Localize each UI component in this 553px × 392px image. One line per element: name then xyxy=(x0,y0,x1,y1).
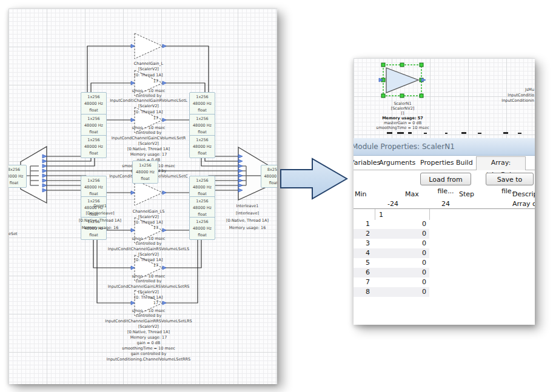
clipped-text: JsMu xyxy=(525,87,534,93)
scaler-label: [0: Thread 1A] xyxy=(135,296,163,300)
scaler-label: [0: Thread 1A] xyxy=(135,221,163,225)
scaler-label: smoo ~ 10 msec xyxy=(132,89,166,93)
scaler-label: smoo ~ 10 msec xyxy=(132,126,166,130)
grid-divider xyxy=(375,209,375,220)
scalern1-memory: Memory usage: 57 xyxy=(382,116,423,121)
system-input-box[interactable]: 8x25648000 Hzfloat xyxy=(8,165,27,188)
tab-strip: Variables Arguments Properties Build Arr… xyxy=(354,156,535,170)
scaler-label: [0: Thread 1A] xyxy=(135,73,163,78)
scaler-label: [0:Native, Thread 1A] xyxy=(127,330,170,334)
scaler-label: smoo ~ 10 msec xyxy=(132,309,166,313)
wire-type-box[interactable]: 1x25648000 Hzfloat xyxy=(189,114,215,137)
system-output-box[interactable]: 8x25648000 Hzfloat xyxy=(261,165,277,188)
scaler-label: 17 xyxy=(153,301,158,305)
min-value[interactable]: -24 xyxy=(354,200,398,208)
max-value[interactable]: 24 xyxy=(405,200,450,208)
wire-type-box[interactable]: 1x25648000 Hzfloat xyxy=(132,161,158,184)
scaler-label: [ScalerV2] xyxy=(138,253,159,257)
scaler-label: smoo ~ 10 msec xyxy=(132,274,166,279)
clipped-text: InputConditio xyxy=(508,93,534,98)
window-titlebar[interactable]: Module Properties: ScalerN1 xyxy=(354,138,535,156)
scaler-label: [ScalerV2] xyxy=(138,290,159,294)
scaler-label: InputConditioning.ChannelVolumeLSetRRS xyxy=(107,357,190,362)
scaler-label: InputConditChannelGainRSVolumeLSetLS xyxy=(108,247,189,251)
scalern1-smoothing: smoothingTime = 10 msec xyxy=(376,125,429,130)
grid-row[interactable]: 80 xyxy=(354,287,429,297)
scaler-label: InputConditiChannelGainRVolumeLSetL xyxy=(110,99,187,103)
grid-row[interactable]: 50 xyxy=(354,258,429,268)
clipped-module-marks xyxy=(387,132,521,134)
scaler-label: smoo ~ 10 msec xyxy=(132,237,166,241)
wire-type-box[interactable]: 1x25648000 Hzfloat xyxy=(81,114,107,137)
scaler-label: controlled by xyxy=(136,94,162,98)
scaler-label: Memory usage: 17 xyxy=(130,336,167,340)
grid-column-header[interactable]: 1 xyxy=(379,211,383,219)
scaler-label: controlled by xyxy=(136,131,162,135)
wire-type-box[interactable]: 1x25648000 Hzfloat xyxy=(189,92,215,115)
grid-divider xyxy=(429,209,430,220)
scaler-label: [ScalerV2] xyxy=(138,67,159,71)
scaler-label: Memory usage: 17 xyxy=(130,153,167,157)
clipped-text: eSet xyxy=(8,231,18,236)
scaler-label: 17 xyxy=(153,79,158,84)
scalern1-gain: masterGain = 0 dB xyxy=(384,121,421,125)
wire-type-box[interactable]: 1x25648000 Hzfloat xyxy=(189,135,215,158)
col-min-label: Min xyxy=(355,190,367,198)
scalern1-type: [ScalerNV2] xyxy=(391,106,415,111)
scaler-label: InputConditChannelGainRRSVolumeLSetLRS xyxy=(105,319,192,324)
scaler-label: controlled by xyxy=(136,279,162,284)
scaler-label: [0: Thread 1A] xyxy=(135,258,163,262)
layout-screenshot-page: ChannelGain_L [ScalerV2] [0: Thread 1A] … xyxy=(8,8,277,384)
load-from-file-button[interactable]: Load from file... xyxy=(420,173,471,185)
grid-row[interactable]: 40 xyxy=(354,248,429,258)
save-to-file-button[interactable]: Save to file... xyxy=(486,173,534,185)
scaler-label: 17 xyxy=(153,264,158,268)
grid-row[interactable]: 30 xyxy=(354,239,429,248)
grid-top-border xyxy=(354,208,535,209)
scaler-label: smoothingTime = 10 msec xyxy=(122,347,175,351)
wire-type-box[interactable]: 1x25648000 Hzfloat xyxy=(189,176,215,199)
scalern1-name: ScalerN1 xyxy=(394,101,411,106)
scaler-label: [ScalerV2] xyxy=(138,104,159,108)
col-max-label: Max xyxy=(405,190,419,198)
col-step-label: Step xyxy=(459,190,474,198)
wire-type-box[interactable]: 1x25648000 Hzfloat xyxy=(81,176,107,199)
figure-canvas: ChannelGain_L [ScalerV2] [0: Thread 1A] … xyxy=(0,0,553,392)
scalern1-module[interactable] xyxy=(379,63,426,98)
scaler-label: InputCondChannelGainCVolumeLSetR xyxy=(112,136,186,141)
deinterleave-label: Deint1 [Deinterleave] [0:Native, Thread … xyxy=(79,202,121,231)
wire-type-box[interactable]: 1x25648000 Hzfloat xyxy=(189,196,215,219)
grid-row[interactable]: 70 xyxy=(354,277,429,287)
grid-row[interactable]: 60 xyxy=(354,268,429,277)
wire-type-box[interactable]: 1x25648000 Hzfloat xyxy=(189,217,215,240)
module-properties-window: Module Properties: ScalerN1 Variables Ar… xyxy=(354,138,535,325)
scalern1-args: [] xyxy=(401,111,404,116)
scaler-label: [ScalerV2] xyxy=(138,215,159,219)
scaler-label: [ScalerV2] xyxy=(138,325,159,329)
tab-arguments[interactable]: Arguments xyxy=(379,159,415,167)
wire-type-box[interactable]: 1x25648000 Hzfloat xyxy=(81,92,107,115)
scaler-label: [ScalerV2] xyxy=(138,142,159,146)
scaler-label: 17 xyxy=(153,226,158,230)
col-description-label: Descript xyxy=(512,190,535,198)
transition-arrow xyxy=(279,156,349,202)
clipped-text: InputConditionin xyxy=(501,98,534,104)
properties-screenshot-page: ScalerN1 [ScalerNV2] [] Memory usage: 57… xyxy=(354,58,535,325)
scaler-label: [0: Thread 1A] xyxy=(135,110,163,115)
wire-type-box[interactable]: 1x25648000 Hzfloat xyxy=(81,135,107,158)
grid-row[interactable]: 20 xyxy=(354,229,429,239)
scaler-label: controlled by xyxy=(136,242,162,246)
tab-build[interactable]: Build xyxy=(456,159,473,167)
tab-variables[interactable]: Variables xyxy=(354,159,380,167)
scaler-label: controlled by xyxy=(136,314,162,318)
scaler-label: gain = 0 dB xyxy=(137,341,160,345)
tab-array-trimgain[interactable]: Array: trimGain xyxy=(476,156,526,170)
interleave-label: Interleave1 [Interleave] [0:Native, Thre… xyxy=(226,202,269,231)
scaler-label: gain controlled by xyxy=(131,352,167,356)
tab-properties[interactable]: Properties xyxy=(420,159,454,167)
scaler-label: ChannelGain_LS xyxy=(133,210,165,214)
grid-row[interactable]: 10 xyxy=(354,219,429,229)
scaler-label: [0:Native, Thread 1A] xyxy=(127,147,170,151)
mini-canvas: ScalerN1 [ScalerNV2] [] Memory usage: 57… xyxy=(354,58,535,138)
scaler-label: InputCondChannelGainLRSVolumeLSetRS xyxy=(108,285,190,289)
